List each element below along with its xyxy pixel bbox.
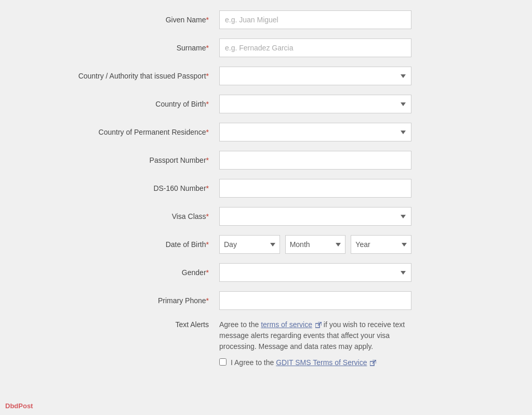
country-passport-row: Country / Authority that issued Passport… <box>53 67 479 85</box>
text-alerts-description: Agree to the terms of service if you wis… <box>219 319 411 352</box>
country-residence-select[interactable] <box>219 123 411 141</box>
sms-tos-checkbox-label: I Agree to the GDIT SMS Terms of Service <box>231 357 376 368</box>
text-alerts-row: Text Alerts Agree to the terms of servic… <box>53 319 479 368</box>
gender-label: Gender* <box>53 268 219 277</box>
terms-of-service-link[interactable]: terms of service <box>261 320 312 329</box>
primary-phone-input[interactable] <box>219 291 411 310</box>
gender-select[interactable] <box>219 263 411 282</box>
dob-month-select[interactable]: Month <box>285 235 346 254</box>
given-name-input[interactable] <box>219 10 411 29</box>
text-alerts-label: Text Alerts <box>53 319 219 329</box>
sms-external-link-icon <box>370 360 376 366</box>
country-residence-label: Country of Permanent Residence* <box>53 128 219 136</box>
surname-row: Surname* <box>53 38 479 57</box>
country-birth-select[interactable] <box>219 95 411 113</box>
passport-number-input[interactable] <box>219 151 411 170</box>
ds160-input[interactable] <box>219 179 411 198</box>
sms-tos-link[interactable]: GDIT SMS Terms of Service <box>276 358 367 367</box>
primary-phone-row: Primary Phone* <box>53 291 479 310</box>
dob-day-select[interactable]: Day <box>219 235 280 254</box>
sms-tos-checkbox[interactable] <box>219 358 227 366</box>
ds160-label: DS-160 Number* <box>53 184 219 192</box>
passport-number-label: Passport Number* <box>53 156 219 164</box>
primary-phone-label: Primary Phone* <box>53 296 219 305</box>
sms-tos-checkbox-row: I Agree to the GDIT SMS Terms of Service <box>219 357 411 368</box>
dob-row: Date of Birth* Day Month Year <box>53 235 479 254</box>
dob-label: Date of Birth* <box>53 240 219 249</box>
watermark: DbdPost <box>5 402 33 410</box>
dob-year-select[interactable]: Year <box>351 235 411 254</box>
country-residence-row: Country of Permanent Residence* <box>53 123 479 141</box>
visa-class-label: Visa Class* <box>53 212 219 221</box>
form-container: Given Name* Surname* Country / Authority… <box>32 0 500 388</box>
given-name-label: Given Name* <box>53 16 219 24</box>
dob-group: Day Month Year <box>219 235 411 254</box>
gender-row: Gender* <box>53 263 479 282</box>
external-link-icon <box>315 322 322 328</box>
country-birth-row: Country of Birth* <box>53 95 479 113</box>
surname-label: Surname* <box>53 44 219 52</box>
visa-class-row: Visa Class* <box>53 207 479 226</box>
surname-input[interactable] <box>219 38 411 57</box>
given-name-row: Given Name* <box>53 10 479 29</box>
country-birth-label: Country of Birth* <box>53 100 219 108</box>
ds160-row: DS-160 Number* <box>53 179 479 198</box>
text-alerts-content: Agree to the terms of service if you wis… <box>219 319 411 368</box>
passport-number-row: Passport Number* <box>53 151 479 170</box>
country-passport-select[interactable] <box>219 67 411 85</box>
visa-class-select[interactable] <box>219 207 411 226</box>
country-passport-label: Country / Authority that issued Passport… <box>53 72 219 80</box>
